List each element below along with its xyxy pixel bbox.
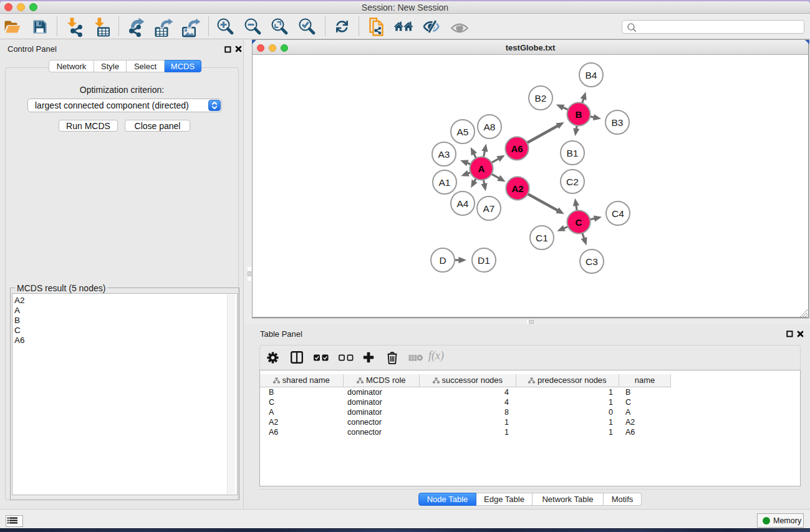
- svg-text:D1: D1: [478, 255, 490, 266]
- svg-text:B3: B3: [612, 117, 624, 128]
- svg-text:C2: C2: [566, 177, 579, 187]
- svg-text:C3: C3: [586, 256, 598, 267]
- svg-text:A6: A6: [511, 143, 523, 154]
- svg-text:B: B: [576, 109, 582, 120]
- svg-text:C1: C1: [536, 233, 548, 243]
- svg-text:A2: A2: [511, 183, 523, 194]
- svg-text:A: A: [478, 163, 485, 174]
- svg-text:A5: A5: [457, 127, 469, 137]
- svg-text:C4: C4: [612, 208, 624, 219]
- svg-text:D: D: [439, 255, 446, 266]
- svg-text:A8: A8: [484, 122, 496, 132]
- svg-text:B1: B1: [567, 148, 579, 158]
- svg-text:B2: B2: [535, 93, 547, 104]
- svg-text:A1: A1: [439, 177, 451, 188]
- svg-text:B4: B4: [586, 70, 597, 80]
- svg-text:A7: A7: [483, 203, 495, 214]
- svg-text:A3: A3: [438, 149, 450, 160]
- svg-text:A4: A4: [457, 198, 469, 209]
- svg-text:C: C: [576, 217, 582, 228]
